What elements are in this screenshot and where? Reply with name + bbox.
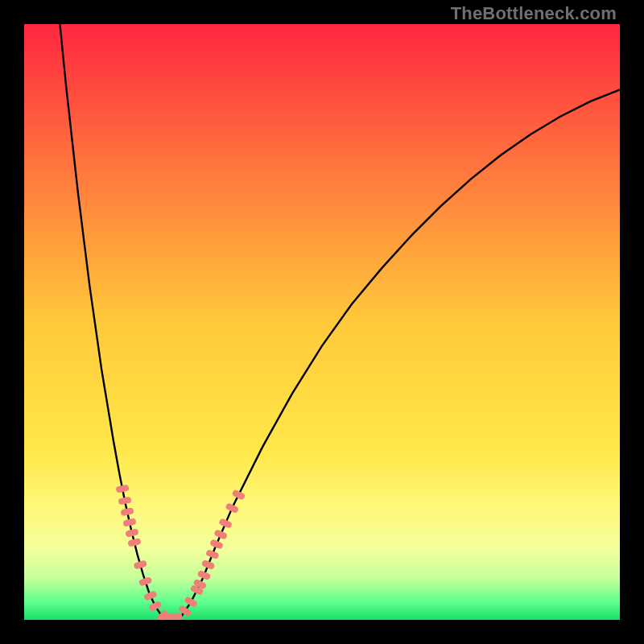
data-marker bbox=[209, 539, 224, 550]
data-marker bbox=[201, 559, 216, 570]
data-marker bbox=[125, 528, 138, 537]
data-marker bbox=[213, 529, 228, 540]
outer-frame: TheBottleneck.com bbox=[0, 0, 644, 644]
data-marker bbox=[231, 489, 246, 500]
marker-group bbox=[115, 485, 246, 620]
data-marker bbox=[118, 496, 131, 505]
watermark-text: TheBottleneck.com bbox=[451, 3, 617, 24]
data-marker bbox=[127, 538, 141, 547]
curve-left bbox=[60, 24, 167, 620]
data-marker bbox=[148, 601, 163, 613]
data-marker bbox=[205, 549, 220, 559]
data-marker bbox=[218, 518, 233, 529]
curve-layer bbox=[24, 24, 620, 620]
data-marker bbox=[184, 596, 198, 608]
data-marker bbox=[225, 502, 239, 514]
data-marker bbox=[143, 590, 158, 601]
data-marker bbox=[197, 570, 212, 581]
data-marker bbox=[115, 485, 129, 493]
curve-right bbox=[179, 89, 620, 620]
data-marker bbox=[138, 576, 153, 587]
data-marker bbox=[122, 518, 136, 526]
data-marker bbox=[120, 507, 134, 516]
data-marker bbox=[175, 613, 182, 620]
plot-area bbox=[24, 24, 620, 620]
